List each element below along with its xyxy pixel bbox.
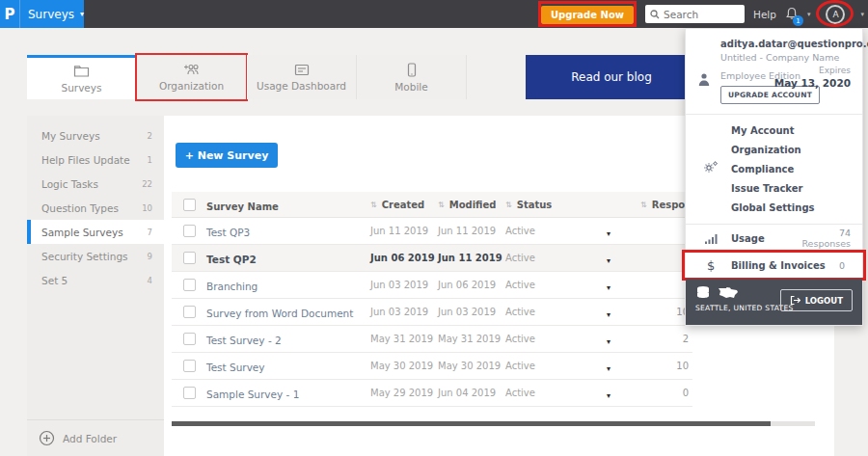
menu-item-global-settings[interactable]: Global Settings [686,199,862,218]
upgrade-now-button[interactable]: Upgrade Now [541,6,634,24]
table-row: Test Survey - 2 May 31 2019 May 31 2019 … [172,326,692,353]
usage-label: Usage [731,233,765,244]
sort-status-icon[interactable]: ⇅ [505,201,512,209]
table-row: Sample Survey - 1 May 29 2019 Jun 04 201… [172,380,692,407]
table-row: Survey from Word Document Jun 03 2019 Ju… [172,299,692,326]
created-date: Jun 03 2019 [370,307,428,317]
module-tabs: Surveys Organization Usage Dashboard Mob… [27,55,467,99]
row-checkbox[interactable] [183,333,196,345]
sidebar-item-question-types[interactable]: Question Types 10 [27,196,164,220]
tab-organization[interactable]: Organization [137,55,247,99]
created-date: May 31 2019 [370,334,433,344]
tab-mobile-label: Mobile [394,81,427,93]
row-actions-caret-icon[interactable]: ▾ [607,229,610,238]
sidebar-item-security-settings[interactable]: Security Settings 9 [27,244,164,268]
dollar-icon: $ [707,258,715,273]
row-checkbox[interactable] [183,387,196,399]
created-date: May 29 2019 [370,388,433,398]
survey-name-link[interactable]: Test Survey - 2 [206,335,282,346]
select-all-checkbox[interactable] [183,199,196,211]
account-company: Untitled - Company Name [720,52,868,63]
gears-icon [703,160,719,174]
col-modified[interactable]: Modified [449,200,497,210]
created-date: Jun 03 2019 [370,280,428,290]
sort-responses-icon[interactable]: ⇅ [640,201,647,209]
row-checkbox[interactable] [183,306,196,318]
logout-button[interactable]: LOGOUT [780,289,853,311]
menu-item-organization[interactable]: Organization [686,141,862,160]
menu-item-issue-tracker[interactable]: Issue Tracker [686,179,862,199]
row-actions-caret-icon[interactable]: ▾ [607,391,610,400]
account-email: aditya.datar@questionpro.c... [720,39,868,49]
col-status[interactable]: Status [517,200,553,210]
folder-label: Question Types [41,202,142,214]
folders-sidebar: My Surveys 2 Help Files Update 1 Logic T… [27,116,164,456]
tab-mobile[interactable]: Mobile [357,55,467,99]
survey-name-link[interactable]: Survey from Word Document [206,308,353,319]
search-box[interactable] [645,5,745,23]
logo-letter: P [4,6,14,23]
add-folder-button[interactable]: Add Folder [27,419,164,456]
col-survey-name: Survey Name [206,201,279,212]
menu-item-my-account[interactable]: My Account [686,121,862,141]
sidebar-item-set-5[interactable]: Set 5 4 [27,268,164,292]
horizontal-scrollbar-thumb[interactable] [172,421,771,426]
tab-usage-dashboard[interactable]: Usage Dashboard [247,55,357,99]
help-link[interactable]: Help [753,9,776,20]
top-bar: P Surveys ▾ Upgrade Now Help 1 ▾ A ▾ [0,0,868,28]
col-created[interactable]: Created [382,200,425,210]
menu-item-billing-invoices[interactable]: $ Billing & Invoices 0 [686,253,862,279]
row-checkbox[interactable] [183,360,196,372]
sidebar-item-sample-surveys[interactable]: Sample Surveys 7 [27,220,164,244]
folder-count: 2 [148,131,152,141]
row-actions-caret-icon[interactable]: ▾ [607,364,610,373]
product-switcher[interactable]: P Surveys ▾ [0,0,84,28]
created-date: Jun 06 2019 [370,253,435,263]
survey-name-link[interactable]: Test QP2 [206,254,257,265]
notifications-chevron-icon[interactable]: ▾ [807,11,811,18]
row-actions-caret-icon[interactable]: ▾ [607,283,610,292]
server-icon [695,285,711,300]
horizontal-scrollbar[interactable] [172,421,815,426]
notifications-button[interactable]: 1 [785,7,799,21]
modified-date: May 30 2019 [438,361,501,371]
survey-name-link[interactable]: Test Survey [206,362,265,373]
row-checkbox[interactable] [183,279,196,291]
menu-item-usage[interactable]: Usage 74 Responses [686,225,862,253]
row-actions-caret-icon[interactable]: ▾ [607,310,610,319]
row-checkbox[interactable] [183,225,196,237]
usa-map-icon [718,286,739,300]
status-value: Active [505,361,535,371]
survey-name-link[interactable]: Branching [206,281,258,292]
new-survey-button[interactable]: + New Survey [176,143,278,168]
usage-value: 74 [801,228,851,238]
avatar[interactable]: A [826,5,845,24]
read-our-blog-banner[interactable]: Read our blog [526,55,697,99]
table-row: Test QP2 Jun 06 2019 Jun 11 2019 Active … [172,245,692,272]
survey-name-link[interactable]: Test QP3 [206,227,250,238]
sidebar-item-help-files-update[interactable]: Help Files Update 1 [27,148,164,172]
folder-label: Help Files Update [41,154,148,166]
folder-label: My Surveys [41,130,148,142]
account-footer: SEATTLE, UNITED STATES LOGOUT [686,279,862,325]
search-input[interactable] [664,9,741,20]
survey-name-link[interactable]: Sample Survey - 1 [206,389,299,400]
questionpro-logo[interactable]: P [0,0,20,28]
billing-value: 0 [839,260,845,271]
sidebar-item-logic-tasks[interactable]: Logic Tasks 22 [27,172,164,196]
row-checkbox[interactable] [183,252,196,264]
sidebar-item-my-surveys[interactable]: My Surveys 2 [27,123,164,148]
account-menu-trigger[interactable]: A [819,0,852,28]
sort-modified-icon[interactable]: ⇅ [438,201,445,209]
status-value: Active [505,280,535,290]
sort-created-icon[interactable]: ⇅ [370,201,377,209]
row-actions-caret-icon[interactable]: ▾ [607,256,610,265]
row-actions-caret-icon[interactable]: ▾ [607,337,610,346]
account-info-section: aditya.datar@questionpro.c... Untitled -… [686,29,862,115]
created-date: May 30 2019 [370,361,433,371]
table-header-row: Survey Name ⇅Created ⇅Modified ⇅Status ⇅… [172,192,692,218]
created-date: Jun 11 2019 [370,226,428,236]
account-chevron-icon[interactable]: ▾ [860,11,864,18]
tab-surveys[interactable]: Surveys [27,55,137,99]
usage-unit: Responses [801,238,851,249]
